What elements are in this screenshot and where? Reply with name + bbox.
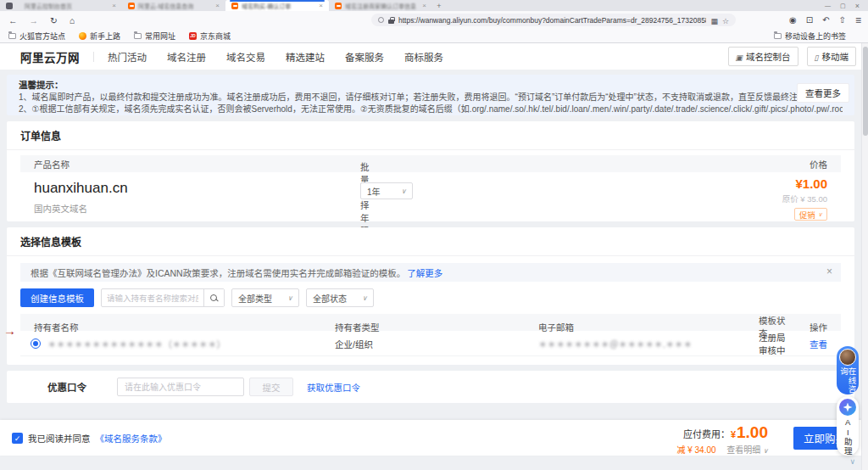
- col-email: 电子邮箱: [538, 321, 759, 333]
- firefox-view-button[interactable]: [0, 0, 19, 11]
- chevron-down-icon: [287, 294, 292, 302]
- tab-close-icon[interactable]: [112, 3, 116, 9]
- close-icon[interactable]: [826, 266, 832, 277]
- bookmark-jd[interactable]: 京东商城: [189, 31, 231, 42]
- checkout-footer: 我已阅读并同意《域名服务条款》 应付费用： ¥ 1.00 减 ¥ 34.00 查…: [0, 420, 868, 456]
- tab-close-icon[interactable]: [422, 3, 426, 9]
- tab-title: 域名注册商家确认订单信息: [345, 2, 419, 10]
- site-logo[interactable]: 阿里云万网: [20, 48, 80, 65]
- browser-tab-3-active[interactable]: 域名购买-确认订单: [225, 0, 329, 11]
- template-notice: 根据《互联网域名管理办法》及ICANN政策要求，注册域名需使用实名并完成邮箱验证…: [20, 263, 841, 282]
- close-icon[interactable]: [855, 2, 860, 10]
- browser-tab-4[interactable]: 域名注册商家确认订单信息: [329, 0, 432, 11]
- shield-permissions-icon[interactable]: [378, 17, 384, 23]
- notice-banner: 温馨提示： 1、域名属即时产品，以最终付款和提交注册成功为准。域名注册成功后，费…: [7, 75, 854, 115]
- bookmark-star-icon[interactable]: [722, 15, 729, 25]
- status-filter-select[interactable]: 全部状态: [306, 288, 374, 307]
- nav-item-beian[interactable]: 备案服务: [345, 50, 384, 64]
- chevron-down-icon: [818, 211, 822, 218]
- online-chat-widget[interactable]: 在线咨询: [837, 346, 859, 394]
- bookmark-getting-started[interactable]: 新手上路: [79, 31, 120, 42]
- url-text[interactable]: https://wanwang.aliyun.com/buy/commonbuy…: [398, 16, 706, 25]
- collapse-chevron-icon[interactable]: [849, 457, 855, 466]
- forward-icon[interactable]: [30, 15, 39, 25]
- bookmark-folder-common[interactable]: 常用网址: [134, 31, 175, 42]
- type-filter-select[interactable]: 全部类型: [231, 288, 299, 307]
- payable-label: 应付费用：: [683, 427, 730, 440]
- nav-item-site[interactable]: 精选建站: [286, 50, 325, 64]
- tab-close-icon[interactable]: [319, 3, 323, 9]
- selected-value: 1年: [367, 185, 381, 198]
- scrollbar-thumb[interactable]: [863, 47, 868, 136]
- col-batch-years[interactable]: 批量选择年限: [360, 158, 365, 168]
- duration-select[interactable]: 1年: [360, 182, 413, 199]
- template-status: 注册局审核中: [759, 331, 793, 356]
- nav-item-trademark[interactable]: 商标服务: [404, 50, 443, 64]
- menu-icon[interactable]: [855, 14, 861, 26]
- new-tab-button[interactable]: [432, 0, 446, 11]
- minimize-icon[interactable]: [825, 3, 831, 8]
- coupon-label: 优惠口令: [47, 380, 86, 394]
- notice-title: 温馨提示：: [19, 79, 843, 92]
- maximize-icon[interactable]: [840, 3, 846, 9]
- promo-tag[interactable]: 促销: [794, 208, 827, 221]
- nav-item-trade[interactable]: 域名交易: [226, 50, 265, 64]
- info-template-card: 选择信息模板 根据《互联网域名管理办法》及ICANN政策要求，注册域名需使用实名…: [7, 227, 854, 365]
- view-more-button[interactable]: 查看更多: [797, 83, 849, 103]
- detail-label: 查看明细: [726, 445, 760, 455]
- search-button[interactable]: [203, 289, 224, 306]
- address-bar[interactable]: https://wanwang.aliyun.com/buy/commonbuy…: [371, 14, 736, 26]
- notice-line-2: 2、①根据工信部有关规定，域名须先完成实名认证，否则会被Serverhold，无…: [19, 104, 843, 115]
- screenshot-icon[interactable]: [806, 15, 813, 25]
- terms-link[interactable]: 《域名服务条款》: [96, 432, 167, 445]
- bookmark-mobile-folder[interactable]: 移动设备上的书签: [774, 31, 846, 42]
- search-input[interactable]: [102, 289, 203, 306]
- browser-toolbar: https://wanwang.aliyun.com/buy/commonbuy…: [0, 11, 868, 29]
- ai-assistant-widget[interactable]: AI助理: [837, 396, 859, 456]
- ai-star-icon: [839, 399, 856, 416]
- browser-tab-2[interactable]: 阿里云-域名信息查询: [122, 0, 225, 11]
- nav-item-hot[interactable]: 热门活动: [108, 50, 147, 64]
- template-radio-selected[interactable]: [31, 339, 41, 349]
- view-detail-link[interactable]: 查看明细: [726, 445, 768, 455]
- section-title-order: 订单信息: [7, 121, 854, 150]
- home-icon[interactable]: [70, 15, 75, 25]
- get-coupon-link[interactable]: 获取优惠口令: [307, 381, 360, 394]
- create-template-button[interactable]: 创建信息模板: [20, 288, 94, 307]
- reload-icon[interactable]: [50, 15, 58, 25]
- bookmark-folder-firefox[interactable]: 火狐官方站点: [8, 31, 65, 42]
- mobile-button[interactable]: 移动端: [807, 47, 856, 66]
- payable-block: 应付费用： ¥ 1.00 减 ¥ 34.00 查看明细: [676, 423, 768, 456]
- coupon-submit-button[interactable]: 提交: [249, 378, 293, 396]
- aliyun-favicon-icon: [335, 3, 342, 9]
- firefox-icon: [79, 32, 86, 40]
- coupon-card: 优惠口令 提交 获取优惠口令: [7, 371, 854, 403]
- view-link[interactable]: 查看: [810, 339, 827, 350]
- domain-console-button[interactable]: 域名控制台: [728, 47, 798, 66]
- jd-icon: [189, 32, 197, 40]
- back-icon[interactable]: [8, 15, 18, 25]
- folder-icon: [774, 33, 782, 39]
- coupon-input[interactable]: [117, 378, 244, 396]
- browser-tab-1[interactable]: 阿里云控制台首页: [19, 0, 122, 11]
- chat-label: 在线咨询: [840, 367, 856, 394]
- qr-code-icon[interactable]: [710, 15, 718, 25]
- learn-more-link[interactable]: 了解更多: [407, 266, 442, 279]
- history-icon[interactable]: [822, 15, 829, 25]
- col-holder-type: 持有者类型: [335, 321, 538, 333]
- bookmark-label: 新手上路: [90, 31, 120, 42]
- ai-label: AI助理: [843, 417, 852, 456]
- page-scrollbar[interactable]: [861, 43, 868, 470]
- agree-checkbox-checked[interactable]: [12, 433, 23, 444]
- nav-item-register[interactable]: 域名注册: [167, 50, 206, 64]
- tab-close-icon[interactable]: [215, 3, 220, 9]
- lock-icon[interactable]: [388, 17, 394, 24]
- template-notice-text: 根据《互联网域名管理办法》及ICANN政策要求，注册域名需使用实名并完成邮箱验证…: [31, 266, 405, 279]
- notice-text: 1、域名属即时产品，以最终付款和提交注册成功为准。域名注册成功后，费用不退回，请…: [19, 92, 832, 102]
- col-action: 操作: [793, 321, 841, 333]
- holder-type: 企业/组织: [335, 338, 538, 350]
- save-to-pocket-icon[interactable]: [839, 15, 846, 25]
- account-icon[interactable]: [789, 15, 797, 25]
- currency-symbol: ¥: [731, 429, 736, 439]
- chevron-down-icon: [763, 447, 768, 455]
